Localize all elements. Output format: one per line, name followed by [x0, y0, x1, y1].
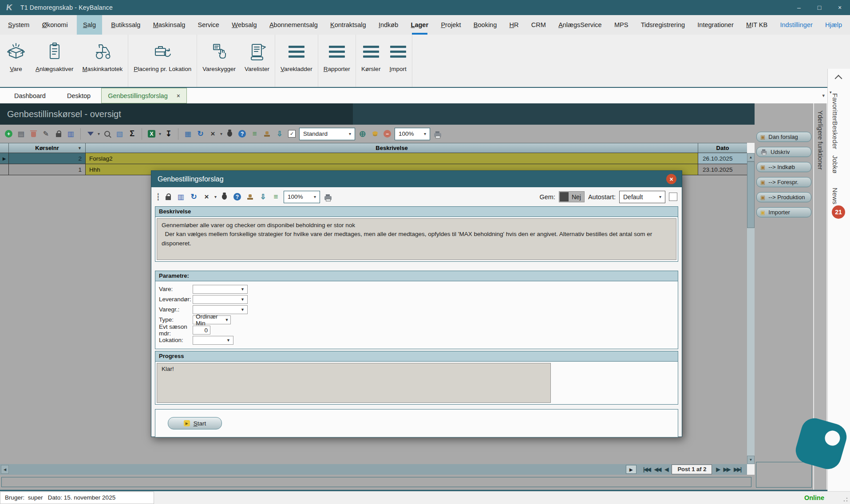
leverandor-dropdown[interactable]: ▼	[193, 295, 248, 304]
ribbon-rapporter[interactable]: Rapporter	[319, 35, 355, 87]
lock-icon[interactable]	[163, 192, 173, 202]
lokation-dropdown[interactable]: ▼	[193, 336, 233, 345]
remove-view-icon[interactable]: −	[383, 130, 391, 138]
columns-icon[interactable]: ▥	[176, 192, 186, 202]
copy-icon[interactable]: ▤	[16, 129, 26, 139]
importer-button[interactable]: ▣ Importer	[756, 207, 811, 217]
minimize-button[interactable]: –	[789, 0, 809, 15]
help-icon[interactable]: ?	[238, 130, 246, 138]
import-icon[interactable]: ↧	[163, 129, 174, 139]
filter-dropdown-icon[interactable]: ▾	[98, 131, 100, 136]
ribbon-anlaegsaktiver[interactable]: Anlægsaktiver	[31, 35, 78, 87]
menu-anlaegsservice[interactable]: AnlægsService	[555, 15, 605, 35]
dock-beskeder[interactable]: Beskeder	[831, 121, 839, 149]
debug-icon[interactable]	[219, 192, 229, 202]
nav-next-button[interactable]: ▶	[716, 466, 719, 472]
tab-scroll-icon[interactable]: ▾	[822, 93, 827, 98]
grid-header-beskrivelse[interactable]: Beskrivelse	[86, 143, 698, 153]
excel-export-icon[interactable]: X	[148, 130, 155, 138]
sort-icon[interactable]: ▼	[78, 146, 82, 150]
tab-genbestillingsforslag[interactable]: Genbestillingsforslag ×	[101, 88, 187, 103]
sum-icon[interactable]: Σ	[127, 129, 137, 139]
ribbon-varekladder[interactable]: Varekladder	[276, 35, 317, 87]
grid-row-1[interactable]: ▶ 2 Forslag2 26.10.2025	[0, 153, 747, 164]
ribbon-vare[interactable]: Vare	[1, 35, 31, 87]
menu-okonomi[interactable]: Økonomi	[39, 15, 71, 35]
nav-last-button[interactable]: ▶▶|	[734, 466, 741, 472]
ribbon-varelister[interactable]: Varelister	[240, 35, 274, 87]
stamp-icon[interactable]	[262, 129, 272, 139]
til-indkob-button[interactable]: ▣ --> Indkøb	[756, 162, 811, 172]
menu-system[interactable]: System	[4, 15, 33, 35]
menu-indstillinger[interactable]: Indstillinger	[776, 15, 816, 35]
refresh-icon[interactable]: ↻	[195, 129, 206, 139]
menu-integrationer[interactable]: Integrationer	[694, 15, 737, 35]
nav-prev-button[interactable]: ◀	[664, 466, 668, 472]
vare-dropdown[interactable]: ▼	[193, 285, 248, 294]
resize-grip[interactable]	[843, 497, 848, 502]
ribbon-placering-pr-lokation[interactable]: Placering pr. Lokation	[129, 35, 196, 87]
ribbon-vareskygger[interactable]: Vareskygger	[198, 35, 240, 87]
print-icon[interactable]	[432, 129, 443, 139]
lock-icon[interactable]	[53, 129, 63, 139]
cell-beskrivelse[interactable]: Forslag2	[86, 153, 698, 164]
scrollbar-thumb[interactable]	[747, 161, 755, 228]
dock-favoritter[interactable]: Favoritter	[831, 93, 839, 121]
dialog-close-icon[interactable]: ×	[666, 174, 676, 184]
menu-tidsregistrering[interactable]: Tidsregistrering	[637, 15, 688, 35]
til-produktion-button[interactable]: ▣ --> Produktion	[756, 192, 811, 202]
udskriv-button[interactable]: Udskriv	[756, 147, 811, 157]
search-icon[interactable]	[102, 129, 112, 139]
menu-hjaelp[interactable]: Hjælp	[822, 15, 846, 35]
stamp-icon[interactable]	[245, 192, 255, 202]
menu-crm[interactable]: CRM	[528, 15, 550, 35]
til-forespr-button[interactable]: ▣ --> Forespr.	[756, 177, 811, 187]
delete-icon[interactable]	[28, 129, 39, 139]
ribbon-korsler[interactable]: Kørsler	[357, 35, 385, 87]
nav-prev-page-button[interactable]: ◀◀	[654, 466, 660, 472]
zoom-dropdown[interactable]: 100% ▾	[395, 128, 430, 140]
varegr-dropdown[interactable]: ▼	[193, 305, 248, 314]
chart-export-icon[interactable]: ⇩	[274, 129, 285, 139]
menu-kontraktsalg[interactable]: Kontraktsalg	[327, 15, 370, 35]
type-dropdown[interactable]: Ordinær Min▼	[193, 315, 231, 324]
nav-next-page-button[interactable]: ▶▶	[723, 466, 730, 472]
close-button[interactable]: ×	[830, 0, 850, 15]
cell-dato[interactable]: 26.10.2025	[698, 153, 747, 164]
menu-lager[interactable]: Lager	[407, 15, 432, 35]
scroll-left-icon[interactable]: ◀	[1, 465, 9, 474]
tools-dropdown-icon[interactable]: ▾	[220, 131, 222, 136]
ribbon-maskinkartotek[interactable]: Maskinkartotek	[78, 35, 127, 87]
debug-icon[interactable]	[225, 129, 235, 139]
tab-close-icon[interactable]: ×	[177, 92, 180, 99]
menu-service[interactable]: Service	[194, 15, 223, 35]
columns-icon[interactable]: ▥	[66, 129, 76, 139]
refresh-icon[interactable]: ↻	[189, 192, 199, 202]
tools-icon[interactable]: ×	[202, 192, 212, 202]
select-area-icon[interactable]: ▧	[115, 129, 125, 139]
menu-indkob[interactable]: Indkøb	[375, 15, 402, 35]
help-icon[interactable]: ?	[233, 193, 241, 201]
scroll-down-icon[interactable]: ▼	[747, 456, 755, 464]
saeson-input[interactable]: 0	[193, 326, 210, 335]
grid-header-dato[interactable]: Dato	[698, 143, 747, 153]
menu-abonnementsalg[interactable]: Abonnementsalg	[266, 15, 321, 35]
scroll-up-icon[interactable]: ▲	[747, 153, 755, 161]
grip-icon[interactable]: ┇	[156, 192, 160, 202]
menu-mit-kb[interactable]: MIT KB	[743, 15, 771, 35]
current-record-icon[interactable]: ▶	[626, 465, 637, 474]
dan-forslag-button[interactable]: ▣ Dan forslag	[756, 132, 811, 142]
cell-korselnr[interactable]: 2	[9, 153, 86, 164]
menu-butikssalg[interactable]: Butikssalg	[107, 15, 144, 35]
tab-desktop[interactable]: Desktop	[56, 88, 101, 103]
nav-first-button[interactable]: |◀◀	[643, 466, 650, 472]
data-refresh-icon[interactable]	[370, 129, 380, 139]
chevron-up-icon[interactable]	[835, 75, 842, 83]
tab-dashboard[interactable]: Dashboard	[4, 88, 56, 103]
gem-toggle[interactable]: Nej	[559, 191, 585, 202]
view-select-dropdown[interactable]: Standard ▾	[299, 128, 355, 140]
cell-dato[interactable]: 23.10.2025	[698, 164, 747, 175]
checkbox-icon[interactable]: ✓	[287, 129, 297, 139]
menu-websalg[interactable]: Websalg	[228, 15, 260, 35]
notes-icon[interactable]: ≡	[249, 129, 260, 139]
